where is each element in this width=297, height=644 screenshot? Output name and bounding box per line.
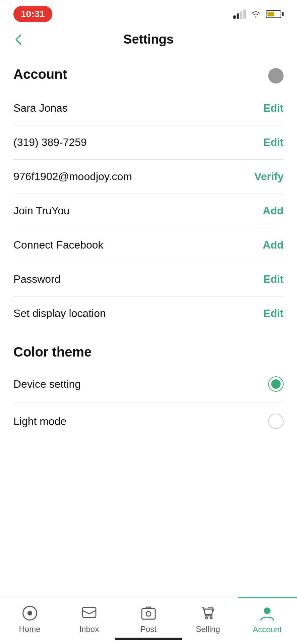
- account-facebook-add[interactable]: Add: [263, 239, 284, 251]
- svg-point-4: [210, 617, 212, 619]
- account-icon: [258, 605, 276, 622]
- account-phone-edit[interactable]: Edit: [263, 136, 284, 149]
- account-section-title: Account: [13, 67, 67, 82]
- nav-home-label: Home: [19, 625, 41, 634]
- battery-icon: [266, 10, 284, 18]
- account-row-location: Set display location Edit: [13, 297, 284, 330]
- svg-rect-0: [82, 607, 96, 618]
- account-section-header: Account: [13, 63, 284, 88]
- color-theme-row-light[interactable]: Light mode: [13, 403, 284, 440]
- home-indicator: [115, 638, 182, 640]
- post-icon: [140, 604, 157, 622]
- inbox-icon: [80, 604, 98, 622]
- home-icon: [21, 604, 39, 622]
- account-row-email: 976f1902@moodjoy.com Verify: [13, 160, 284, 194]
- account-name-label: Sara Jonas: [13, 102, 68, 114]
- bottom-nav: Home Inbox Post: [0, 597, 297, 644]
- nav-item-home[interactable]: Home: [0, 597, 59, 644]
- account-phone-label: (319) 389-7259: [13, 136, 87, 149]
- account-email-verify[interactable]: Verify: [254, 170, 284, 183]
- svg-rect-1: [142, 608, 155, 619]
- color-theme-device-label: Device setting: [13, 378, 81, 390]
- color-theme-device-radio[interactable]: [268, 376, 284, 392]
- svg-point-5: [264, 607, 271, 614]
- home-circle: [22, 606, 37, 621]
- account-password-edit[interactable]: Edit: [263, 273, 284, 285]
- color-theme-section: Color theme Device setting Light mode: [13, 344, 284, 440]
- account-email-label: 976f1902@moodjoy.com: [13, 170, 132, 183]
- selling-icon: [199, 604, 217, 622]
- account-truyou-label: Join TruYou: [13, 205, 70, 217]
- svg-point-2: [146, 611, 151, 616]
- svg-point-3: [205, 617, 207, 619]
- account-location-edit[interactable]: Edit: [263, 307, 284, 320]
- account-row-name: Sara Jonas Edit: [13, 91, 284, 125]
- color-theme-light-radio[interactable]: [268, 414, 284, 429]
- nav-post-label: Post: [140, 625, 157, 634]
- color-theme-title: Color theme: [13, 344, 284, 360]
- wifi-icon: [250, 10, 261, 18]
- account-rows: Sara Jonas Edit (319) 389-7259 Edit 976f…: [13, 91, 284, 330]
- account-location-label: Set display location: [13, 307, 106, 320]
- signal-icon: [233, 9, 246, 19]
- back-button[interactable]: [13, 32, 25, 47]
- nav-inbox-label: Inbox: [79, 625, 99, 634]
- nav-item-account[interactable]: Account: [238, 597, 297, 644]
- account-password-label: Password: [13, 273, 61, 285]
- account-name-edit[interactable]: Edit: [263, 102, 284, 114]
- status-icons: [233, 9, 284, 19]
- color-theme-row-device[interactable]: Device setting: [13, 366, 284, 403]
- nav-selling-label: Selling: [196, 625, 220, 634]
- color-theme-device-radio-fill: [271, 379, 281, 389]
- account-facebook-label: Connect Facebook: [13, 239, 104, 251]
- nav-item-selling[interactable]: Selling: [178, 597, 238, 644]
- account-row-phone: (319) 389-7259 Edit: [13, 125, 284, 160]
- content: Account Sara Jonas Edit (319) 389-7259 E…: [0, 53, 297, 440]
- status-bar: 10:31: [0, 0, 297, 25]
- page-title: Settings: [123, 32, 174, 47]
- nav-item-post[interactable]: Post: [119, 597, 178, 644]
- header: Settings: [0, 25, 297, 53]
- account-truyou-add[interactable]: Add: [263, 205, 284, 217]
- account-row-password: Password Edit: [13, 262, 284, 297]
- account-row-truyou: Join TruYou Add: [13, 194, 284, 228]
- account-toggle-circle: [268, 68, 284, 84]
- color-theme-light-label: Light mode: [13, 415, 66, 428]
- nav-item-inbox[interactable]: Inbox: [59, 597, 119, 644]
- status-time: 10:31: [13, 6, 52, 22]
- nav-account-label: Account: [253, 625, 282, 634]
- account-row-facebook: Connect Facebook Add: [13, 228, 284, 262]
